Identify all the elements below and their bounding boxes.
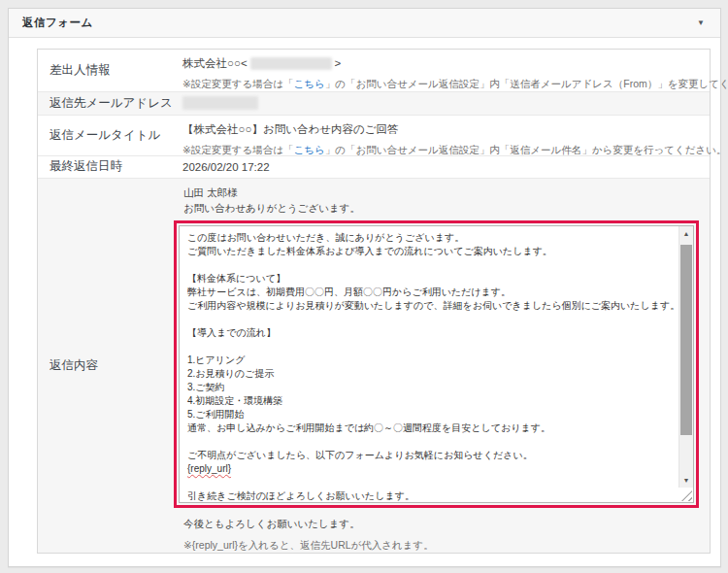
- textarea-line: 4.初期設定・環境構築: [187, 394, 670, 408]
- textarea-line: 5.ご利用開始: [187, 408, 670, 421]
- mail-title-label: 返信メールタイトル: [38, 116, 174, 155]
- last-reply-value: 2026/02/20 17:22: [174, 156, 710, 179]
- last-reply-label: 最終返信日時: [38, 156, 174, 179]
- reply-to-label: 返信先メールアドレス: [38, 92, 174, 115]
- resize-grip[interactable]: [679, 489, 692, 501]
- textarea-line: ご質問いただきました料金体系および導入までの流れについてご案内いたします。: [187, 245, 670, 258]
- mail-title-value: 【株式会社○○】お問い合わせ内容のご回答: [182, 122, 710, 137]
- textarea-line: [187, 476, 670, 489]
- reply-body-textarea[interactable]: この度はお問い合わせいただき、誠にありがとうございます。ご質問いただきました料金…: [179, 225, 694, 503]
- textarea-line: 2.お見積りのご提示: [187, 367, 670, 381]
- panel-body: 差出人情報 株式会社○○<> ※設定変更する場合は「こちら」の「お問い合せメール…: [9, 38, 720, 565]
- row-sender-info: 差出人情報 株式会社○○<> ※設定変更する場合は「こちら」の「お問い合せメール…: [38, 50, 710, 91]
- scroll-up-button[interactable]: ▲: [679, 226, 693, 241]
- textarea-line: 【料金体系について】: [187, 272, 670, 286]
- redacted-sender-address: [250, 57, 332, 70]
- textarea-line: [187, 313, 670, 326]
- textarea-line: 1.ヒアリング: [187, 354, 670, 367]
- sender-settings-link[interactable]: こちら: [294, 78, 325, 89]
- greeting-line-1: 山田 太郎様: [183, 185, 710, 200]
- closing-line: 今後ともよろしくお願いいたします。: [183, 516, 710, 531]
- scrollbar-thumb[interactable]: [680, 245, 692, 435]
- textarea-line: 引き続きご検討のほどよろしくお願いいたします。: [187, 489, 670, 503]
- textarea-line: [187, 435, 670, 449]
- reply-content-cell: 山田 太郎様 お問い合わせありがとうございます。 この度はお問い合わせいただき、…: [174, 179, 710, 553]
- textarea-line: 通常、お申し込みからご利用開始までは約〇～〇週間程度を目安としております。: [187, 421, 670, 435]
- textarea-line: この度はお問い合わせいただき、誠にありがとうございます。: [187, 231, 670, 245]
- collapse-toggle-button[interactable]: ▼: [693, 16, 709, 31]
- reply-to-value-cell: [174, 92, 710, 115]
- reply-body-text: この度はお問い合わせいただき、誠にありがとうございます。ご質問いただきました料金…: [180, 226, 678, 503]
- textarea-line: 3.ご契約: [187, 381, 670, 394]
- sender-info-value-cell: 株式会社○○<> ※設定変更する場合は「こちら」の「お問い合せメール返信設定」内…: [174, 50, 710, 91]
- scroll-down-button[interactable]: ▼: [679, 473, 693, 488]
- mail-title-value-cell: 【株式会社○○】お問い合わせ内容のご回答 ※設定変更する場合は「こちら」の「お問…: [174, 116, 710, 155]
- redacted-reply-to-address: [182, 96, 258, 110]
- reply-form-panel: 返信フォーム ▼ 差出人情報 株式会社○○<> ※設定変更する場合は「こちら」の…: [8, 8, 721, 567]
- greeting-line-2: お問い合わせありがとうございます。: [183, 200, 710, 216]
- textarea-line: 弊社サービスは、初期費用〇〇円、月額〇〇円からご利用いただけます。: [187, 286, 670, 299]
- row-mail-title: 返信メールタイトル 【株式会社○○】お問い合わせ内容のご回答 ※設定変更する場合…: [38, 115, 710, 155]
- row-reply-to: 返信先メールアドレス: [38, 91, 710, 115]
- row-last-reply: 最終返信日時 2026/02/20 17:22: [38, 155, 710, 179]
- sender-info-label: 差出人情報: [38, 50, 174, 91]
- annotation-highlight-frame: この度はお問い合わせいただき、誠にありがとうございます。ご質問いただきました料金…: [174, 220, 699, 508]
- textarea-line: ご不明点がございましたら、以下のフォームよりお気軽にお知らせください。: [187, 449, 670, 462]
- sender-info-note: ※設定変更する場合は「こちら」の「お問い合せメール返信設定」内「送信者メールアド…: [182, 78, 710, 91]
- scroll-down-icon: ▼: [683, 477, 690, 484]
- reply-url-note: ※{reply_url}を入れると、返信先URLが代入されます。: [183, 539, 710, 553]
- reply-content-label: 返信内容: [38, 179, 174, 553]
- chevron-down-icon: ▼: [697, 18, 705, 27]
- mail-title-settings-link[interactable]: こちら: [294, 144, 325, 155]
- panel-title: 返信フォーム: [22, 16, 93, 30]
- textarea-scrollbar[interactable]: ▲ ▼: [678, 226, 693, 488]
- sender-info-value: 株式会社○○<>: [182, 56, 710, 71]
- page: { "header": { "title": "返信フォーム" }, "icon…: [0, 0, 728, 573]
- textarea-line: [187, 340, 670, 354]
- textarea-line: 【導入までの流れ】: [187, 326, 670, 340]
- textarea-line: ご利用内容や規模によりお見積りが変動いたしますので、詳細をお伺いできましたら個別…: [187, 299, 670, 313]
- reply-form-table: 差出人情報 株式会社○○<> ※設定変更する場合は「こちら」の「お問い合せメール…: [37, 49, 711, 554]
- textarea-line: [187, 258, 670, 272]
- row-reply-content: 返信内容 山田 太郎様 お問い合わせありがとうございます。 この度はお問い合わせ…: [38, 178, 710, 553]
- textarea-line: {reply_url}: [187, 462, 670, 476]
- panel-header[interactable]: 返信フォーム ▼: [9, 9, 720, 38]
- scroll-up-icon: ▲: [683, 230, 690, 237]
